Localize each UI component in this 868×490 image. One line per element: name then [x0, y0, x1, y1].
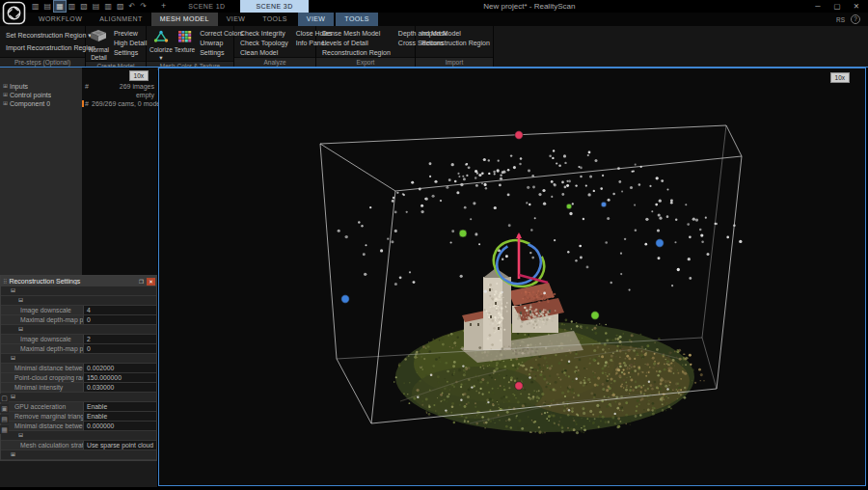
ribbon-tab-mesh-model[interactable]: MESH MODEL: [151, 13, 218, 26]
region-handle-right[interactable]: [656, 239, 664, 247]
layout-icon[interactable]: ▥: [102, 1, 114, 12]
settings-value[interactable]: Enable: [84, 412, 156, 421]
settings-value[interactable]: 0.002000: [84, 364, 156, 372]
3d-scene[interactable]: [159, 68, 865, 485]
settings-value[interactable]: Enable: [84, 402, 156, 411]
scene-tab-scene-1d[interactable]: SCENE 1D: [173, 0, 240, 13]
settings-section-lidar-scans[interactable]: ⊟ LiDAR scans: [1, 354, 156, 364]
collapse-icon[interactable]: ⊟: [18, 325, 156, 334]
check-topology-button[interactable]: Check Topology: [237, 39, 291, 47]
region-edge[interactable]: [320, 144, 395, 191]
layout-icon[interactable]: ▥: [67, 1, 78, 12]
high-detail-button[interactable]: High Detail: [111, 39, 149, 47]
settings-value[interactable]: 150.000000: [84, 373, 156, 382]
region-edge[interactable]: [726, 125, 742, 156]
tree-row-inputs[interactable]: ⊞Inputs#269 images: [0, 82, 157, 91]
region-handle-front[interactable]: [591, 312, 599, 319]
ribbon-tab-view[interactable]: VIEW: [298, 13, 335, 26]
expand-icon[interactable]: ⊞: [11, 450, 156, 459]
settings-value[interactable]: 0.000000: [84, 422, 156, 430]
region-handle-bottom[interactable]: [515, 382, 523, 390]
tree-row-control-points[interactable]: ⊞Control pointsempty: [0, 91, 157, 99]
region-edge[interactable]: [371, 191, 395, 423]
settings-section-advanced[interactable]: ⊞ Advanced: [1, 450, 156, 460]
settings-value[interactable]: 4: [84, 306, 156, 314]
dock-panel-icon[interactable]: ▢: [0, 394, 9, 402]
dock-panel-icon[interactable]: ▣: [0, 404, 9, 413]
tree-row-component-0[interactable]: ⊞Component 0#269/269 cams, 0 models: [0, 99, 157, 108]
help-icon[interactable]: ?: [851, 14, 860, 24]
expand-icon[interactable]: ⊞: [0, 82, 10, 91]
region-edge[interactable]: [320, 144, 337, 359]
collapse-icon[interactable]: ⊟: [11, 286, 156, 295]
camera-marker-green[interactable]: [566, 204, 572, 209]
camera-marker-blue[interactable]: [601, 202, 607, 207]
region-handle-top[interactable]: [515, 131, 523, 139]
ribbon-tab-workflow[interactable]: WORKFLOW: [30, 13, 91, 26]
set-reconstruction-region-button[interactable]: Set Reconstruction Region ▾: [3, 31, 98, 40]
panel-close-icon[interactable]: ✕: [147, 278, 155, 286]
levels-of-detail-button[interactable]: Levels of Detail: [319, 39, 393, 47]
dense-mesh-model-button[interactable]: Dense Mesh Model: [319, 29, 393, 38]
scene-tab-scene-3d[interactable]: SCENE 3D: [240, 0, 308, 13]
settings-panel-title: Reconstruction Settings: [9, 278, 137, 285]
panel-float-icon[interactable]: ❐: [137, 278, 146, 286]
settings-section-preview-model[interactable]: ⊟ Preview model: [1, 296, 156, 306]
viewport-3d[interactable]: 10x: [158, 68, 866, 486]
close-button[interactable]: ✕: [847, 0, 866, 13]
region-edge[interactable]: [337, 359, 371, 423]
clean-model-button[interactable]: Clean Model: [237, 48, 291, 57]
collapse-icon[interactable]: ⊟: [18, 296, 156, 305]
ribbon-tab-tools[interactable]: TOOLS: [254, 13, 296, 26]
minimize-button[interactable]: ─: [808, 0, 827, 13]
settings-section-mesh-calculation[interactable]: ⊟ Mesh calculation: [1, 393, 156, 402]
expand-icon[interactable]: ⊞: [0, 99, 10, 108]
dock-panel-icon[interactable]: ▤: [0, 415, 9, 423]
layout-icon[interactable]: ▥: [30, 1, 41, 12]
ribbon-tab-alignment[interactable]: ALIGNMENT: [91, 13, 150, 26]
settings-value[interactable]: 0.030000: [84, 383, 156, 392]
undo-icon[interactable]: ↶: [127, 1, 138, 12]
maximize-button[interactable]: ▢: [827, 0, 847, 13]
expand-icon[interactable]: ⊞: [0, 91, 10, 99]
layout-icon[interactable]: ▤: [42, 1, 54, 12]
settings-button[interactable]: Settings: [111, 48, 149, 57]
reconstruction-region-button[interactable]: Reconstruction Region: [419, 39, 493, 47]
settings-panel-header[interactable]: ⠿ Reconstruction Settings ❐ ✕: [1, 276, 156, 286]
layout-icon[interactable]: ▤: [91, 1, 102, 12]
settings-value[interactable]: 2: [84, 335, 156, 343]
settings-value[interactable]: 0: [84, 315, 156, 324]
ribbon-tab-tools[interactable]: TOOLS: [336, 13, 378, 26]
region-edge[interactable]: [717, 156, 742, 389]
panel-grip-icon[interactable]: ⠿: [1, 278, 9, 285]
reconstruction-region-button[interactable]: Reconstruction Region: [319, 48, 393, 57]
settings-value[interactable]: Use sparse point cloud: [84, 441, 156, 449]
app-logo-icon[interactable]: [2, 1, 26, 25]
region-edge[interactable]: [702, 125, 726, 338]
settings-section-normal-model[interactable]: ⊟ Normal model: [1, 325, 156, 335]
normal-button[interactable]: NormalDetail: [89, 28, 109, 61]
region-handle-left[interactable]: [341, 295, 349, 303]
collapse-icon[interactable]: ⊟: [18, 431, 156, 440]
import-reconstruction-region-button[interactable]: Import Reconstruction Region: [3, 43, 98, 52]
collapse-icon[interactable]: ⊟: [11, 393, 156, 401]
layout-icon[interactable]: ▨: [115, 1, 126, 12]
check-integrity-button[interactable]: Check Integrity: [237, 29, 291, 38]
settings-section-image-depth-map-calculation[interactable]: ⊟ Image depth map calculation: [1, 286, 156, 296]
settings-value[interactable]: 0: [84, 344, 156, 353]
redo-icon[interactable]: ↷: [138, 1, 149, 12]
colorize-button[interactable]: Colorize▾: [149, 28, 173, 61]
preview-button[interactable]: Preview: [111, 29, 149, 38]
import-model-button[interactable]: Import Model: [419, 29, 493, 38]
ribbon-tab-view[interactable]: VIEW: [218, 13, 255, 26]
texture-button[interactable]: Texture: [175, 28, 195, 54]
settings-section-preview-model[interactable]: ⊟ Preview model: [1, 431, 156, 441]
layout-icon[interactable]: ▧: [78, 1, 90, 12]
dock-panel-icon[interactable]: ▦: [0, 425, 9, 434]
gizmo-axis-depth[interactable]: [519, 275, 548, 283]
new-scene-tab-button[interactable]: +: [154, 0, 173, 13]
layout-icon[interactable]: ▦: [54, 1, 66, 12]
region-handle-back[interactable]: [459, 230, 467, 237]
collapse-icon[interactable]: ⊟: [11, 354, 156, 363]
region-edge[interactable]: [320, 125, 726, 144]
